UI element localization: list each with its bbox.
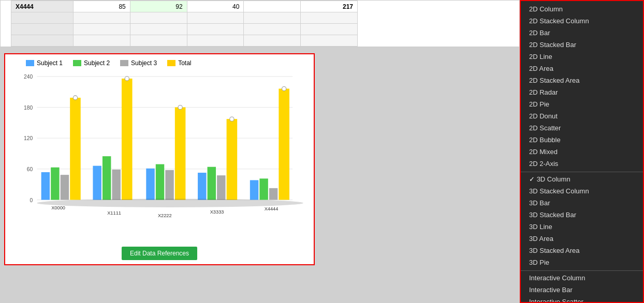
- chart-type-3d-bar[interactable]: 3D Bar: [521, 197, 643, 209]
- cell-empty: [301, 24, 358, 35]
- chart-type-2d-mixed[interactable]: 2D Mixed: [521, 146, 643, 158]
- chart-svg: 240 180 120 60 0 X0000: [10, 71, 309, 236]
- chart-type-2d-stacked-column[interactable]: 2D Stacked Column: [521, 15, 643, 27]
- svg-text:X3333: X3333: [210, 209, 224, 215]
- cell-col4: [244, 1, 301, 12]
- table-section: X4444 85 92 40 217: [0, 0, 520, 47]
- legend-item-subject1: Subject 1: [26, 59, 63, 67]
- chart-type-3d-column[interactable]: 3D Column: [521, 172, 643, 185]
- legend-label-subject2: Subject 2: [84, 59, 110, 67]
- cell-empty: [187, 35, 244, 47]
- cell-empty: [130, 12, 187, 24]
- chart-area: 240 180 120 60 0 X0000: [10, 71, 309, 236]
- bar-x2222-s3: [165, 170, 173, 200]
- cell-empty: [244, 12, 301, 24]
- bar-x0000-total: [70, 98, 81, 200]
- cell-empty: [187, 24, 244, 35]
- svg-text:120: 120: [24, 135, 33, 141]
- table-row: [11, 12, 358, 24]
- row-label: [11, 12, 74, 24]
- row-label: [11, 35, 74, 47]
- chart-type-3d-pie[interactable]: 3D Pie: [521, 256, 643, 268]
- svg-text:X0000: X0000: [51, 205, 65, 210]
- chart-type-interactive-column[interactable]: Interactive Column: [521, 270, 643, 284]
- legend-item-subject3: Subject 3: [120, 59, 157, 67]
- legend-color-subject1: [26, 60, 34, 66]
- chart-type-interactive-scatter[interactable]: Interactive Scatter: [521, 296, 643, 303]
- table-row: [11, 35, 358, 47]
- legend-label-subject1: Subject 1: [37, 59, 63, 67]
- chart-section: Subject 1 Subject 2 Subject 3 Total: [4, 53, 315, 265]
- bar-x1111-total: [122, 79, 133, 200]
- cell-empty: [74, 24, 130, 35]
- chart-type-2d-area[interactable]: 2D Area: [521, 63, 643, 74]
- chart-type-2d-2axis[interactable]: 2D 2-Axis: [521, 158, 643, 170]
- legend-color-total: [167, 60, 175, 66]
- chart-type-2d-stacked-bar[interactable]: 2D Stacked Bar: [521, 39, 643, 51]
- chart-type-2d-bubble[interactable]: 2D Bubble: [521, 134, 643, 146]
- cell-empty: [187, 12, 244, 24]
- chart-type-2d-donut[interactable]: 2D Donut: [521, 110, 643, 122]
- bar-x0000-s2: [51, 168, 59, 200]
- cell-empty: [74, 12, 130, 24]
- cell-total: 217: [301, 1, 358, 12]
- bar-x3333-total: [227, 119, 238, 200]
- dot-x2222-total: [178, 105, 182, 109]
- chart-legend: Subject 1 Subject 2 Subject 3 Total: [10, 59, 309, 67]
- cell-col2: 92: [130, 1, 187, 12]
- chart-type-3d-line[interactable]: 3D Line: [521, 221, 643, 233]
- chart-type-2d-bar[interactable]: 2D Bar: [521, 27, 643, 39]
- dot-x3333-total: [230, 117, 234, 121]
- chart-type-interactive-bar[interactable]: Interactive Bar: [521, 284, 643, 296]
- bar-x0000-s3: [61, 175, 69, 200]
- edit-data-button[interactable]: Edit Data References: [122, 247, 197, 260]
- legend-item-subject2: Subject 2: [73, 59, 110, 67]
- dot-x1111-total: [125, 77, 129, 81]
- bar-x4444-s2: [259, 178, 268, 200]
- chart-type-2d-column[interactable]: 2D Column: [521, 3, 643, 15]
- bar-x4444-s1: [250, 180, 258, 200]
- svg-text:X4444: X4444: [265, 206, 279, 211]
- bar-x3333-s2: [208, 167, 216, 200]
- chart-shadow: [37, 199, 303, 207]
- bar-x3333-s3: [217, 175, 225, 200]
- main-area: X4444 85 92 40 217: [0, 0, 520, 303]
- svg-text:X1111: X1111: [107, 210, 121, 216]
- data-table: X4444 85 92 40 217: [11, 1, 358, 47]
- legend-label-subject3: Subject 3: [131, 59, 157, 67]
- cell-col1: 85: [74, 1, 130, 12]
- svg-text:240: 240: [24, 74, 33, 80]
- chart-type-3d-stacked-column[interactable]: 3D Stacked Column: [521, 185, 643, 197]
- bar-x1111-s1: [93, 166, 101, 200]
- chart-type-list: 2D Column 2D Stacked Column 2D Bar 2D St…: [521, 1, 643, 303]
- legend-color-subject2: [73, 60, 81, 66]
- dropdown-panel: 2D Column 2D Stacked Column 2D Bar 2D St…: [520, 0, 644, 303]
- cell-empty: [301, 35, 358, 47]
- chart-type-2d-radar[interactable]: 2D Radar: [521, 86, 643, 98]
- chart-type-3d-stacked-area[interactable]: 3D Stacked Area: [521, 245, 643, 256]
- chart-type-2d-stacked-area[interactable]: 2D Stacked Area: [521, 74, 643, 86]
- dot-x0000-total: [73, 96, 77, 100]
- table-row: X4444 85 92 40 217: [11, 1, 358, 12]
- bar-x1111-s3: [112, 170, 120, 200]
- chart-type-2d-line[interactable]: 2D Line: [521, 51, 643, 63]
- bar-x2222-s1: [146, 169, 154, 200]
- row-label: [11, 24, 74, 35]
- chart-type-3d-area[interactable]: 3D Area: [521, 233, 643, 245]
- svg-text:60: 60: [27, 166, 33, 172]
- cell-empty: [244, 24, 301, 35]
- chart-type-3d-stacked-bar[interactable]: 3D Stacked Bar: [521, 209, 643, 221]
- svg-text:X2222: X2222: [158, 213, 172, 218]
- row-label: X4444: [11, 1, 74, 12]
- legend-item-total: Total: [167, 59, 191, 67]
- legend-color-subject3: [120, 60, 128, 66]
- bar-x1111-s2: [103, 156, 111, 200]
- cell-empty: [74, 35, 130, 47]
- legend-label-total: Total: [178, 59, 191, 67]
- table-row: [11, 24, 358, 35]
- chart-type-2d-scatter[interactable]: 2D Scatter: [521, 122, 643, 134]
- cell-col3: 40: [187, 1, 244, 12]
- bar-x2222-s2: [156, 164, 164, 200]
- chart-type-2d-pie[interactable]: 2D Pie: [521, 98, 643, 110]
- cell-empty: [130, 24, 187, 35]
